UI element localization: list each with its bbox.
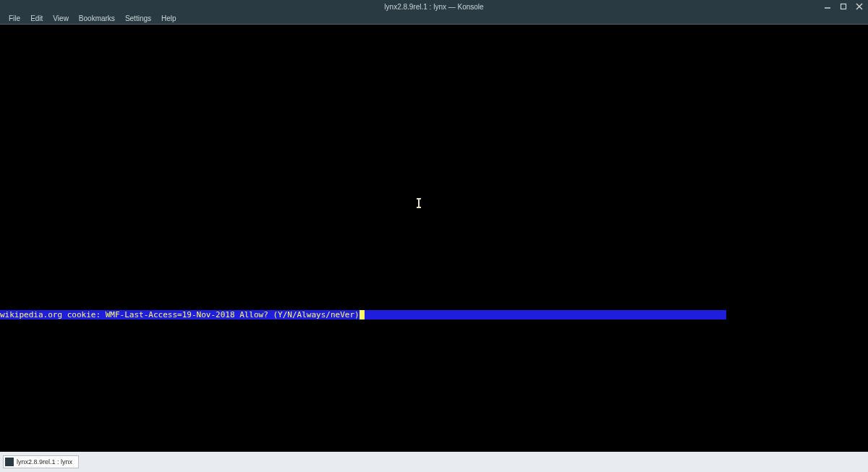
taskbar-tab[interactable]: lynx2.8.9rel.1 : lynx [3,455,79,468]
titlebar: lynx2.8.9rel.1 : lynx — Konsole [0,0,868,13]
prompt-fill [365,310,726,319]
menu-view[interactable]: View [48,14,73,23]
window-controls [823,0,864,13]
menu-help[interactable]: Help [157,14,181,23]
terminal[interactable]: wikipedia.org cookie: WMF-Last-Access=19… [0,25,868,452]
cookie-prompt-row: wikipedia.org cookie: WMF-Last-Access=19… [0,310,726,319]
menu-settings[interactable]: Settings [121,14,156,23]
text-cursor-icon [418,199,420,207]
maximize-icon[interactable] [839,2,848,11]
taskbar: lynx2.8.9rel.1 : lynx [0,452,868,472]
cookie-prompt-text: wikipedia.org cookie: WMF-Last-Access=19… [0,310,359,319]
block-cursor-icon [359,310,365,319]
konsole-icon [5,458,14,466]
close-icon[interactable] [855,2,864,11]
menubar: File Edit View Bookmarks Settings Help [0,13,868,25]
menu-edit[interactable]: Edit [26,14,47,23]
svg-rect-1 [841,4,846,9]
minimize-icon[interactable] [823,2,832,11]
window-title: lynx2.8.9rel.1 : lynx — Konsole [384,3,483,11]
menu-file[interactable]: File [4,14,25,23]
menu-bookmarks[interactable]: Bookmarks [75,14,119,23]
taskbar-tab-label: lynx2.8.9rel.1 : lynx [17,458,72,465]
